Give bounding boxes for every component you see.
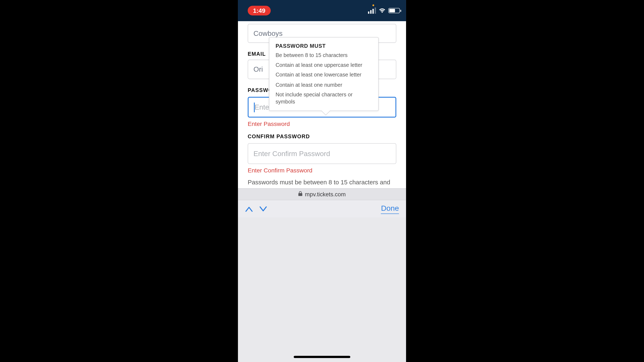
tooltip-req: Contain at least one uppercase letter	[276, 62, 372, 69]
tooltip-title: PASSWORD MUST	[276, 43, 372, 49]
name-field-value: Cowboys	[254, 29, 282, 37]
confirm-password-field[interactable]: Enter Confirm Password	[248, 143, 396, 164]
tooltip-req: Contain at least one lowercase letter	[276, 71, 372, 78]
password-error: Enter Password	[248, 121, 396, 127]
recording-time-pill[interactable]: 1:49	[248, 6, 271, 15]
tooltip-req: Be between 8 to 15 characters	[276, 52, 372, 59]
email-field-value: Ori	[254, 65, 263, 73]
phone-frame: 1:49 Cowboys EMAIL Ori PASSWORD	[238, 0, 406, 362]
home-indicator[interactable]	[294, 356, 350, 358]
keyboard-accessory-bar: Done	[238, 200, 406, 217]
next-field-button[interactable]	[259, 204, 267, 213]
lock-icon	[298, 191, 303, 198]
password-help-text: Passwords must be between 8 to 15 charac…	[248, 178, 396, 186]
signup-form: Cowboys EMAIL Ori PASSWORD Enter Passwor…	[238, 24, 406, 186]
cellular-icon	[368, 7, 376, 14]
prev-field-button[interactable]	[245, 204, 253, 213]
confirm-password-placeholder: Enter Confirm Password	[254, 150, 330, 158]
confirm-password-error: Enter Confirm Password	[248, 167, 396, 174]
wifi-icon	[378, 8, 386, 13]
browser-url-bar[interactable]: mpv.tickets.com	[238, 188, 406, 200]
status-icons	[368, 7, 400, 14]
done-button[interactable]: Done	[381, 204, 399, 214]
status-bar: 1:49	[238, 0, 406, 21]
page-content: Cowboys EMAIL Ori PASSWORD Enter Passwor…	[238, 21, 406, 188]
confirm-password-label: CONFIRM PASSWORD	[248, 133, 396, 140]
battery-icon	[388, 8, 400, 13]
tooltip-req: Contain at least one number	[276, 81, 372, 88]
password-requirements-tooltip: PASSWORD MUST Be between 8 to 15 charact…	[269, 37, 378, 111]
keyboard-area[interactable]	[238, 217, 406, 362]
tooltip-req: Not include special characters or symbol…	[276, 91, 372, 105]
privacy-indicator-dot	[372, 4, 374, 6]
url-host: mpv.tickets.com	[305, 191, 346, 198]
